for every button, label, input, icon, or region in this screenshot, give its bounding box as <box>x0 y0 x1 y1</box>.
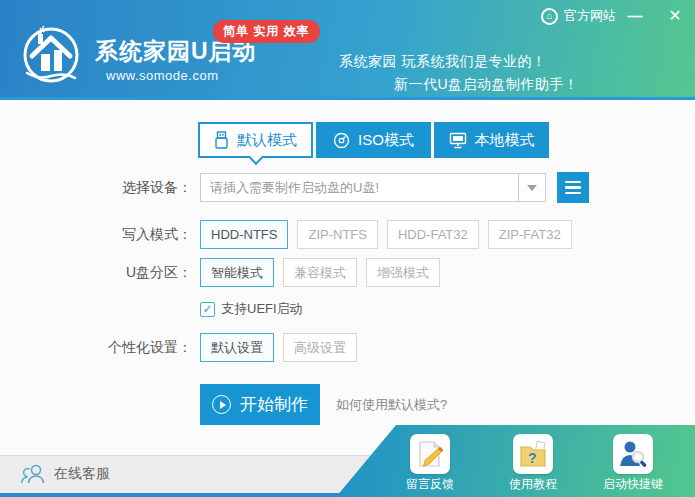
uefi-label: 支持UEFI启动 <box>221 300 303 318</box>
personalize-label: 个性化设置： <box>56 333 192 362</box>
svg-text:?: ? <box>528 450 537 466</box>
feedback-icon <box>415 439 445 469</box>
official-website-button[interactable]: ⌂ 官方网站 <box>541 7 616 25</box>
start-button[interactable]: 开始制作 <box>200 384 320 425</box>
tab-iso-mode[interactable]: ISO模式 <box>316 122 431 158</box>
checkbox-check-icon: ✓ <box>200 302 215 317</box>
boot-hotkey-label: 启动快捷键 <box>603 476 663 493</box>
customer-service-icon <box>20 463 46 485</box>
official-website-label: 官方网站 <box>564 7 616 25</box>
tab-label: 默认模式 <box>237 131 297 150</box>
write-mode-hdd-ntfs[interactable]: HDD-NTFS <box>200 220 288 249</box>
minimize-button[interactable]: — <box>622 4 648 28</box>
slogan-line-1: 系统家园 玩系统我们是专业的！ <box>339 53 546 71</box>
mode-tabs: 默认模式 ISO模式 本地模式 <box>198 122 549 158</box>
close-button[interactable]: ✕ <box>662 4 688 28</box>
write-mode-zip-ntfs[interactable]: ZIP-NTFS <box>297 220 378 249</box>
partition-label: U盘分区： <box>56 258 192 287</box>
write-mode-zip-fat32[interactable]: ZIP-FAT32 <box>488 220 572 249</box>
device-label: 选择设备： <box>56 173 192 202</box>
tutorial-button[interactable]: ? 使用教程 <box>488 434 578 493</box>
active-tab-pointer <box>248 151 262 165</box>
footer-shortcuts-panel: 留言反馈 ? 使用教程 启动快捷键 <box>336 425 695 497</box>
personalize-default[interactable]: 默认设置 <box>200 333 274 362</box>
write-mode-hdd-fat32[interactable]: HDD-FAT32 <box>387 220 479 249</box>
online-service-button[interactable]: 在线客服 <box>20 463 110 485</box>
boot-hotkey-button[interactable]: 启动快捷键 <box>588 434 678 493</box>
usb-icon <box>214 131 229 149</box>
website-url: www.somode.com <box>106 68 218 83</box>
tab-label: 本地模式 <box>475 131 535 150</box>
device-list-button[interactable] <box>557 172 589 203</box>
personalize-advanced[interactable]: 高级设置 <box>283 333 357 362</box>
menu-icon <box>565 181 581 184</box>
header: 系统家园U启动 www.somode.com 简单 实用 效率 系统家园 玩系统… <box>0 0 695 100</box>
tutorial-icon: ? <box>518 439 548 469</box>
boot-hotkey-icon <box>618 439 648 469</box>
help-link[interactable]: 如何使用默认模式? <box>336 384 447 425</box>
partition-smart-mode[interactable]: 智能模式 <box>200 258 274 287</box>
device-select-value: 请插入需要制作启动盘的U盘! <box>201 179 518 197</box>
disc-icon <box>333 132 350 149</box>
uefi-checkbox[interactable]: ✓ 支持UEFI启动 <box>200 300 303 318</box>
app-logo-icon <box>18 24 84 84</box>
feature-badge: 简单 实用 效率 <box>213 20 320 43</box>
feedback-label: 留言反馈 <box>406 476 454 493</box>
app-window: 系统家园U启动 www.somode.com 简单 实用 效率 系统家园 玩系统… <box>0 0 695 497</box>
slogan-line-2: 新一代U盘启动盘制作助手！ <box>394 76 579 94</box>
chevron-down-icon <box>518 174 545 201</box>
write-mode-label: 写入模式： <box>56 220 192 249</box>
tab-local-mode[interactable]: 本地模式 <box>434 122 549 158</box>
partition-compat-mode[interactable]: 兼容模式 <box>283 258 357 287</box>
monitor-icon <box>449 132 467 149</box>
device-select[interactable]: 请插入需要制作启动盘的U盘! <box>200 173 546 202</box>
online-service-label: 在线客服 <box>54 465 110 483</box>
tab-default-mode[interactable]: 默认模式 <box>198 122 313 158</box>
house-icon: ⌂ <box>541 8 558 25</box>
start-button-label: 开始制作 <box>240 393 308 416</box>
partition-enhanced-mode[interactable]: 增强模式 <box>366 258 440 287</box>
tutorial-label: 使用教程 <box>509 476 557 493</box>
feedback-button[interactable]: 留言反馈 <box>385 434 475 493</box>
tab-label: ISO模式 <box>358 131 414 150</box>
play-icon <box>212 395 231 414</box>
